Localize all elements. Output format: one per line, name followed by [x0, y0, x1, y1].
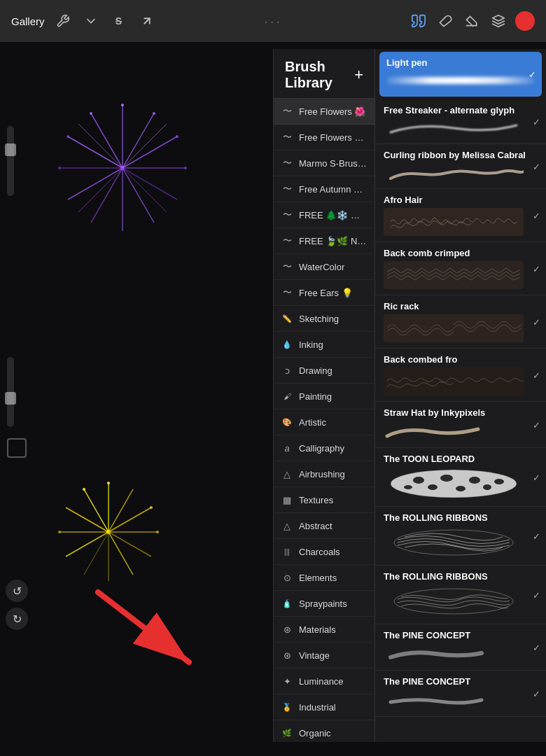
brush-name-straw-hat: Straw Hat by Inkypixels [384, 407, 538, 418]
svg-point-42 [150, 506, 153, 509]
category-icon: 〜 [281, 260, 293, 273]
category-item-painting[interactable]: 🖌 Painting [274, 384, 374, 410]
redo-button[interactable]: ↻ [6, 608, 28, 630]
category-icon: ↄ [281, 364, 293, 377]
brush-item-afro-hair[interactable]: Afro Hair ✓ [375, 189, 546, 242]
brush-name-toon-leopard: The TOON LEOPARD [384, 454, 538, 464]
category-icon: 〜 [281, 157, 293, 169]
category-item-artistic[interactable]: 🎨 Artistic [274, 410, 374, 435]
category-item-industrial[interactable]: 🏅 Industrial [274, 694, 374, 720]
category-item-free-ears[interactable]: 〜 Free Ears 💡 [274, 280, 374, 306]
category-item-organic[interactable]: 🌿 Organic [274, 720, 374, 742]
category-item-textures[interactable]: ▩ Textures [274, 487, 374, 513]
undo-button[interactable]: ↺ [6, 580, 28, 602]
category-item-free-autumn[interactable]: 〜 Free Autumn Brushes… [274, 176, 374, 202]
strikethrough-icon[interactable]: S [109, 11, 129, 31]
category-item-vintage[interactable]: ⊛ Vintage [274, 643, 374, 668]
gallery-button[interactable]: Gallery [11, 15, 45, 27]
brush-item-rolling-ribbons-1[interactable]: The ROLLING RIBBONS ✓ [375, 507, 546, 566]
svg-line-0 [144, 18, 150, 24]
toolbar-right [282, 11, 535, 31]
category-icon: 〜 [281, 234, 293, 247]
category-icon: 🖌 [281, 390, 293, 402]
category-label: Spraypaints [299, 598, 347, 609]
size-slider[interactable] [7, 357, 14, 427]
category-item-inking[interactable]: 💧 Inking [274, 332, 374, 358]
brush-name-rolling-ribbons-1: The ROLLING RIBBONS [384, 512, 538, 523]
brush-item-back-comb-crimped[interactable]: Back comb crimped ✓ [375, 242, 546, 295]
category-icon: 🎨 [281, 416, 293, 428]
svg-point-75 [404, 485, 412, 489]
brush-item-light-pen[interactable]: Light pen ✓ [379, 52, 542, 97]
opacity-thumb[interactable] [5, 144, 16, 156]
category-item-free-flowers[interactable]: 〜 Free Flowers 🌺 [274, 99, 374, 125]
category-item-materials[interactable]: ⊛ Materials [274, 617, 374, 643]
category-icon: 〜 [281, 183, 293, 195]
category-item-charcoals[interactable]: ||| Charcoals [274, 539, 374, 565]
brush-item-rolling-ribbons-2[interactable]: The ROLLING RIBBONS ✓ [375, 566, 546, 624]
category-item-marmo[interactable]: 〜 Marmo S-Brush Pack [274, 150, 374, 176]
category-item-free-flowers-v2[interactable]: 〜 Free Flowers 🌺 V.2 [274, 125, 374, 150]
category-label: Free Autumn Brushes… [299, 184, 368, 195]
category-icon: 〜 [281, 131, 293, 144]
brush-checkmark: ✓ [533, 263, 540, 274]
category-icon: 〜 [281, 286, 293, 299]
category-item-sketching[interactable]: ✏️ Sketching [274, 306, 374, 332]
add-brush-button[interactable]: + [354, 66, 363, 84]
brush-list: Light pen ✓ Free Streaker - alternate gl… [375, 49, 546, 742]
category-label: Elements [299, 573, 337, 583]
brush-preview-pine-concept-2 [384, 690, 538, 710]
fullscreen-icon[interactable] [7, 438, 27, 458]
more-icon[interactable]: ··· [264, 13, 282, 29]
category-icon: a [281, 442, 293, 454]
brush-item-straw-hat[interactable]: Straw Hat by Inkypixels ✓ [375, 402, 546, 448]
size-thumb[interactable] [5, 392, 16, 405]
brush-item-pine-concept-1[interactable]: The PINE CONCEPT ✓ [375, 624, 546, 671]
brush-item-back-combed-fro[interactable]: Back combed fro ✓ [375, 349, 546, 402]
category-icon: △ [281, 519, 293, 532]
category-item-winter[interactable]: 〜 FREE 🌲❄️ Winter N… [274, 202, 374, 228]
category-item-drawing[interactable]: ↄ Drawing [274, 358, 374, 384]
color-picker[interactable] [515, 11, 535, 31]
category-item-elements[interactable]: ⊙ Elements [274, 565, 374, 591]
svg-point-45 [83, 488, 85, 491]
category-item-calligraphy[interactable]: a Calligraphy [274, 435, 374, 461]
category-label: Luminance [299, 676, 344, 687]
category-icon: ⊛ [281, 649, 293, 662]
category-icon: 〜 [281, 209, 293, 221]
category-item-watercolor[interactable]: 〜 WaterColor [274, 254, 374, 280]
brush-checkmark: ✓ [533, 642, 540, 652]
category-item-airbrushing[interactable]: △ Airbrushing [274, 461, 374, 487]
svg-rect-65 [384, 261, 524, 289]
brush-checkmark: ✓ [533, 472, 540, 482]
category-label: Abstract [299, 521, 332, 531]
brush-checkmark: ✓ [533, 161, 540, 172]
eraser-icon[interactable] [462, 11, 482, 31]
brush-preview-pine-concept-1 [384, 643, 538, 664]
category-item-abstract[interactable]: △ Abstract [274, 513, 374, 539]
category-item-spraypaints[interactable]: 🧴 Spraypaints [274, 591, 374, 617]
brush-preview-back-combed-fro [384, 368, 538, 396]
category-icon: ✏️ [281, 312, 293, 325]
arrow-icon[interactable] [137, 11, 157, 31]
brush-item-toon-leopard[interactable]: The TOON LEOPARD ✓ [375, 448, 546, 507]
brush-item-curling-ribbon[interactable]: Curling ribbon by Melissa Cabral ✓ [375, 144, 546, 189]
opacity-slider[interactable] [7, 126, 14, 196]
smudge-icon[interactable] [435, 11, 455, 31]
brush-item-ric-rack[interactable]: Ric rack ✓ [375, 295, 546, 349]
brush-checkmark: ✓ [533, 116, 540, 127]
brush-item-pine-concept-2[interactable]: The PINE CONCEPT ✓ [375, 671, 546, 717]
brush-item-free-streaker[interactable]: Free Streaker - alternate glyph ✓ [375, 99, 546, 144]
layers-icon[interactable] [489, 11, 508, 31]
category-icon: 💧 [281, 338, 293, 351]
brush-name-back-comb-crimped: Back comb crimped [384, 248, 538, 258]
category-icon: ▩ [281, 493, 293, 506]
magic-icon[interactable] [81, 11, 101, 31]
category-item-luminance[interactable]: ✦ Luminance [274, 668, 374, 694]
brush-name-pine-concept-2: The PINE CONCEPT [384, 676, 538, 687]
category-icon: 🏅 [281, 701, 293, 713]
wrench-icon[interactable] [53, 11, 73, 31]
brush-name-back-combed-fro: Back combed fro [384, 354, 538, 365]
brush-tool-icon[interactable] [409, 11, 428, 31]
category-item-nature[interactable]: 〜 FREE 🍃🌿 Nature [274, 228, 374, 254]
